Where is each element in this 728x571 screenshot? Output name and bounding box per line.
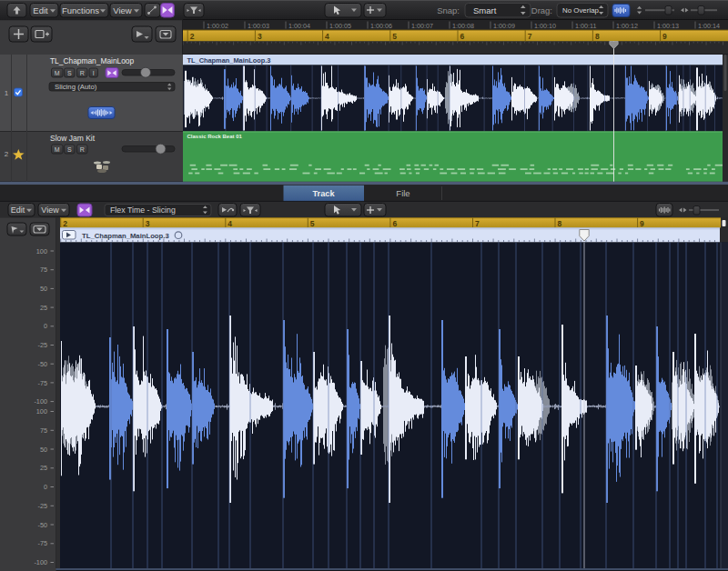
svg-text:TL_Chapman_MainLoop: TL_Chapman_MainLoop <box>50 56 135 65</box>
svg-text:No Overlap: No Overlap <box>562 6 600 15</box>
svg-text:I: I <box>93 70 95 76</box>
svg-text:-100: -100 <box>34 558 47 566</box>
svg-text:1:00:09: 1:00:09 <box>493 22 515 30</box>
svg-text:1:00:08: 1:00:08 <box>452 22 474 30</box>
svg-text:3: 3 <box>258 32 262 41</box>
svg-text:Drag:: Drag: <box>531 5 552 15</box>
svg-text:1:00:07: 1:00:07 <box>411 22 433 30</box>
svg-text:9: 9 <box>662 32 667 41</box>
svg-text:2: 2 <box>5 150 9 158</box>
svg-text:-25: -25 <box>37 341 47 349</box>
svg-text:-75: -75 <box>37 539 47 547</box>
svg-text:5: 5 <box>310 219 315 228</box>
svg-text:50: 50 <box>40 285 47 293</box>
svg-text:File: File <box>396 188 410 198</box>
svg-text:2: 2 <box>190 32 195 41</box>
svg-text:1:00:02: 1:00:02 <box>207 22 228 30</box>
svg-text:Smart: Smart <box>473 5 497 15</box>
svg-text:-50: -50 <box>37 521 47 529</box>
svg-text:Track: Track <box>312 189 335 198</box>
svg-text:1: 1 <box>5 89 9 97</box>
svg-text:-25: -25 <box>37 502 47 510</box>
svg-text:Functions: Functions <box>62 5 99 15</box>
svg-text:1:00:11: 1:00:11 <box>575 22 596 30</box>
svg-text:25: 25 <box>40 464 47 472</box>
svg-text:-75: -75 <box>37 379 47 387</box>
svg-text:M: M <box>55 70 60 76</box>
svg-text:7: 7 <box>528 32 532 41</box>
svg-text:1:00:06: 1:00:06 <box>370 22 392 30</box>
svg-text:0: 0 <box>44 322 47 330</box>
svg-text:1:00:05: 1:00:05 <box>329 22 351 30</box>
svg-text:75: 75 <box>40 426 47 435</box>
svg-text:Edit: Edit <box>33 5 48 15</box>
svg-text:6: 6 <box>460 32 465 41</box>
svg-text:1:00:03: 1:00:03 <box>248 22 269 30</box>
svg-text:1:00:04: 1:00:04 <box>288 22 310 30</box>
svg-text:25: 25 <box>40 304 47 312</box>
svg-text:View: View <box>41 205 59 215</box>
svg-text:Classic Rock Beat 01: Classic Rock Beat 01 <box>187 134 243 139</box>
svg-text:2: 2 <box>63 219 67 228</box>
svg-text:M: M <box>55 146 60 153</box>
svg-text:S: S <box>67 146 72 153</box>
svg-text:7: 7 <box>475 219 480 228</box>
svg-text:TL_Chapman_MainLoop.3: TL_Chapman_MainLoop.3 <box>187 56 271 65</box>
svg-text:75: 75 <box>40 265 47 274</box>
svg-text:4: 4 <box>228 219 232 228</box>
svg-text:3: 3 <box>146 219 150 228</box>
svg-text:1:00:12: 1:00:12 <box>616 22 638 30</box>
svg-text:0: 0 <box>44 483 47 491</box>
svg-text:1:00:10: 1:00:10 <box>534 22 556 30</box>
svg-text:6: 6 <box>392 219 397 228</box>
svg-text:Snap:: Snap: <box>437 5 460 15</box>
svg-text:Flex Time - Slicing: Flex Time - Slicing <box>110 205 176 215</box>
svg-text:8: 8 <box>558 219 562 228</box>
svg-text:R: R <box>80 146 85 153</box>
svg-text:100: 100 <box>36 407 47 416</box>
svg-text:Slow Jam Kit: Slow Jam Kit <box>50 134 96 143</box>
svg-text:50: 50 <box>40 446 47 454</box>
svg-text:-50: -50 <box>37 360 47 368</box>
svg-text:S: S <box>67 70 72 76</box>
svg-text:5: 5 <box>392 32 397 41</box>
svg-text:8: 8 <box>595 32 600 41</box>
svg-text:TL_Chapman_MainLoop.3: TL_Chapman_MainLoop.3 <box>82 232 169 240</box>
svg-text:Edit: Edit <box>11 205 25 215</box>
svg-text:1:00:14: 1:00:14 <box>698 22 720 30</box>
svg-text:R: R <box>80 70 85 76</box>
svg-text:-100: -100 <box>34 397 47 406</box>
svg-text:9: 9 <box>640 219 644 228</box>
svg-text:Slicing (Auto): Slicing (Auto) <box>55 83 97 91</box>
svg-text:4: 4 <box>325 32 329 41</box>
svg-text:View: View <box>113 5 132 15</box>
svg-text:100: 100 <box>36 247 47 255</box>
svg-text:1:00:13: 1:00:13 <box>657 22 679 30</box>
